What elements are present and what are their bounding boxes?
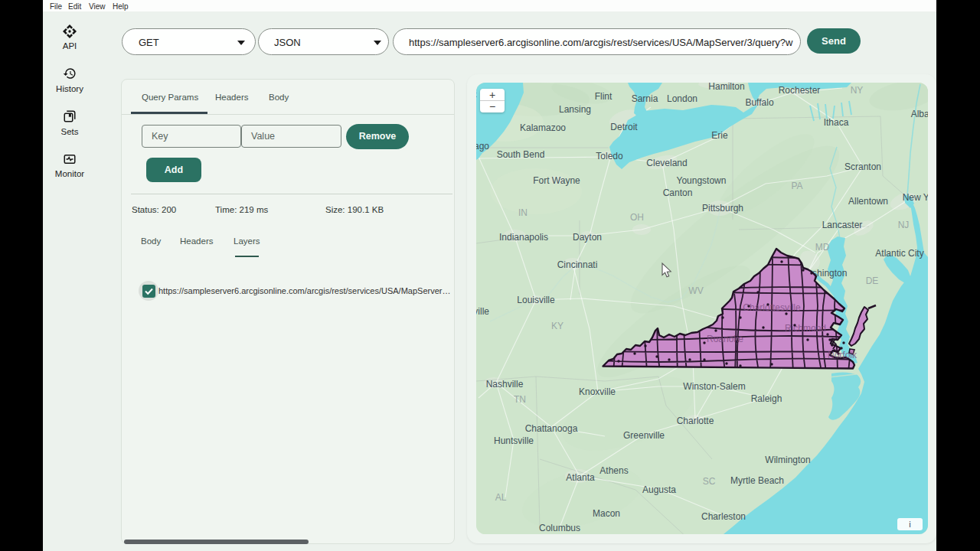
svg-text:IN: IN [518,207,528,218]
svg-text:Winston-Salem: Winston-Salem [683,381,745,392]
svg-text:Flint: Flint [595,91,612,102]
svg-text:Canton: Canton [663,187,693,198]
svg-text:Wilmington: Wilmington [765,455,810,465]
svg-text:Buffalo: Buffalo [745,97,773,108]
svg-text:Hamilton: Hamilton [708,83,744,92]
svg-text:Cincinnati: Cincinnati [557,259,598,270]
svg-text:Roanoke: Roanoke [707,334,743,344]
svg-text:London: London [667,93,697,104]
svg-text:Kalamazoo: Kalamazoo [520,122,566,133]
svg-text:Charlottesville: Charlottesville [743,302,801,313]
svg-text:Pittsburgh: Pittsburgh [702,203,743,214]
svg-text:Cleveland: Cleveland [646,158,687,168]
svg-text:Detroit: Detroit [610,122,638,132]
svg-text:SC: SC [703,476,716,487]
svg-text:NJ: NJ [898,220,910,230]
svg-text:Evansville: Evansville [476,306,489,317]
svg-text:Myrtle Beach: Myrtle Beach [730,475,784,486]
svg-text:Indianapolis: Indianapolis [499,232,548,243]
svg-text:Macon: Macon [593,508,620,519]
svg-text:Huntsville: Huntsville [494,435,534,446]
svg-text:Louisville: Louisville [517,295,555,305]
svg-text:OH: OH [630,212,644,223]
svg-text:Atlanta: Atlanta [566,472,595,483]
svg-text:Raleigh: Raleigh [751,393,782,404]
svg-text:Greenville: Greenville [623,430,665,441]
svg-text:Allentown: Allentown [848,196,888,207]
svg-text:Scranton: Scranton [844,161,881,172]
svg-text:Charleston: Charleston [701,511,746,522]
svg-text:Lansing: Lansing [559,104,591,115]
svg-text:Atlantic City: Atlantic City [875,248,923,259]
svg-text:Charlotte: Charlotte [677,416,714,426]
svg-text:KY: KY [551,321,564,331]
svg-text:Rochester: Rochester [779,85,821,96]
svg-text:MD: MD [815,242,830,253]
svg-text:Augusta: Augusta [642,484,676,495]
svg-text:Erie: Erie [711,130,728,141]
svg-text:Columbus: Columbus [539,523,580,533]
svg-text:DE: DE [866,276,879,286]
svg-text:Lancaster: Lancaster [822,220,863,230]
svg-text:Dayton: Dayton [573,232,602,243]
svg-text:New York: New York [903,192,928,203]
svg-text:Knoxville: Knoxville [579,386,616,397]
svg-text:Sarnia: Sarnia [632,93,658,104]
svg-text:Richmond: Richmond [785,323,826,334]
svg-text:Toledo: Toledo [596,151,623,161]
svg-text:South Bend: South Bend [497,149,545,160]
svg-text:Ithaca: Ithaca [824,117,849,128]
svg-text:Athens: Athens [599,465,628,476]
svg-text:Chattanooga: Chattanooga [525,423,578,434]
svg-text:TN: TN [514,394,526,405]
svg-text:Albany: Albany [911,109,928,119]
svg-text:Chicago: Chicago [476,141,489,152]
svg-text:GA: GA [615,533,628,534]
svg-text:PA: PA [791,181,802,191]
svg-text:Fort Wayne: Fort Wayne [533,175,580,186]
svg-text:NY: NY [851,85,864,96]
svg-text:WV: WV [688,285,703,296]
svg-text:Norfolk: Norfolk [828,350,858,360]
svg-text:Nashville: Nashville [486,379,524,390]
svg-text:Youngstown: Youngstown [677,175,727,186]
svg-text:AL: AL [495,492,507,503]
